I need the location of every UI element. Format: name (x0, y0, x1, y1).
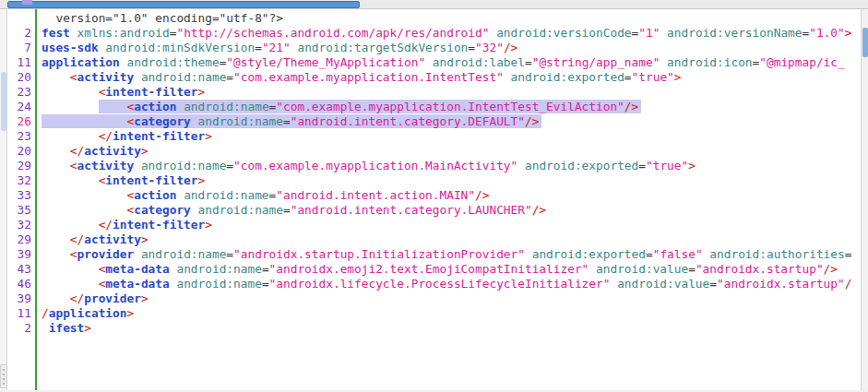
line-number[interactable]: 7 (7, 41, 31, 55)
line-number[interactable]: 46 (7, 277, 31, 291)
gutter[interactable]: 271120232426232029323335322939434639112 (7, 11, 35, 392)
left-scrollbar-marker (1, 72, 6, 131)
selection-highlight: <category android:name="android.intent.c… (42, 114, 541, 128)
line-number[interactable]: 35 (7, 203, 31, 218)
code-line[interactable]: <activity android:name="com.example.myap… (42, 70, 861, 85)
code-line[interactable]: <provider android:name="androidx.startup… (42, 247, 861, 262)
xml-editor-window: 271120232426232029323335322939434639112 … (0, 0, 868, 392)
line-number[interactable]: 32 (7, 218, 31, 232)
code-line[interactable]: </activity> (42, 232, 861, 247)
line-number[interactable]: 20 (7, 144, 31, 159)
code-line[interactable]: ifest> (42, 321, 861, 336)
vertical-scrollbar-right[interactable] (861, 9, 868, 392)
horizontal-scrollbar-thumb[interactable] (7, 1, 360, 8)
vertical-scrollbar-left[interactable] (0, 9, 7, 392)
line-number[interactable]: 23 (7, 129, 31, 144)
line-number[interactable]: 24 (7, 100, 31, 114)
code-line[interactable]: <action android:name="android.intent.act… (42, 188, 861, 203)
selection-highlight: <action android:name="com.example.myappl… (99, 100, 642, 113)
line-number[interactable]: 23 (7, 85, 31, 100)
code-line[interactable]: </provider> (42, 291, 861, 306)
tab-indicator (22, 0, 32, 5)
line-number[interactable]: 26 (7, 114, 31, 129)
code-line[interactable]: <action android:name="com.example.myappl… (42, 100, 861, 114)
line-number[interactable]: 33 (7, 188, 31, 203)
horizontal-scrollbar[interactable] (0, 0, 868, 9)
line-number[interactable]: 2 (7, 321, 31, 336)
code-line[interactable]: <activity android:name="com.example.myap… (42, 159, 861, 173)
code-line[interactable]: <category android:name="android.intent.c… (42, 114, 861, 129)
code-line[interactable]: version="1.0" encoding="utf-8"?> (42, 11, 861, 26)
code-line[interactable]: <meta-data android:name="androidx.emoji2… (42, 262, 861, 277)
code-line[interactable]: application android:theme="@style/Theme_… (42, 55, 861, 70)
code-line[interactable]: <intent-filter> (42, 173, 861, 188)
line-number[interactable]: 2 (7, 26, 31, 41)
code-area[interactable]: version="1.0" encoding="utf-8"?>fest xml… (37, 11, 861, 392)
code-editor[interactable]: 271120232426232029323335322939434639112 … (7, 9, 861, 392)
code-line[interactable]: /application> (42, 306, 861, 321)
line-number[interactable]: 11 (7, 306, 31, 321)
line-number[interactable]: 11 (7, 55, 31, 70)
line-number[interactable]: 32 (7, 173, 31, 188)
code-line[interactable]: </intent-filter> (42, 129, 861, 144)
line-number[interactable]: 39 (7, 291, 31, 306)
line-number[interactable]: 39 (7, 247, 31, 262)
line-number[interactable]: 20 (7, 70, 31, 85)
line-number[interactable] (7, 11, 31, 26)
code-line[interactable]: <intent-filter> (42, 85, 861, 100)
right-scrollbar-thumb[interactable] (862, 28, 868, 57)
code-line[interactable]: <meta-data android:name="androidx.lifecy… (42, 277, 861, 291)
code-line[interactable]: fest xmlns:android="http://schemas.andro… (42, 26, 861, 41)
editor-main: 271120232426232029323335322939434639112 … (0, 9, 868, 392)
line-number[interactable]: 43 (7, 262, 31, 277)
code-line[interactable]: </intent-filter> (42, 218, 861, 232)
code-line[interactable]: <category android:name="android.intent.c… (42, 203, 861, 218)
code-line[interactable]: uses-sdk android:minSdkVersion="21" andr… (42, 41, 861, 55)
code-line[interactable]: </activity> (42, 144, 861, 159)
left-scrollbar-grip[interactable] (0, 364, 7, 388)
line-number[interactable]: 29 (7, 159, 31, 173)
line-number[interactable]: 29 (7, 232, 31, 247)
